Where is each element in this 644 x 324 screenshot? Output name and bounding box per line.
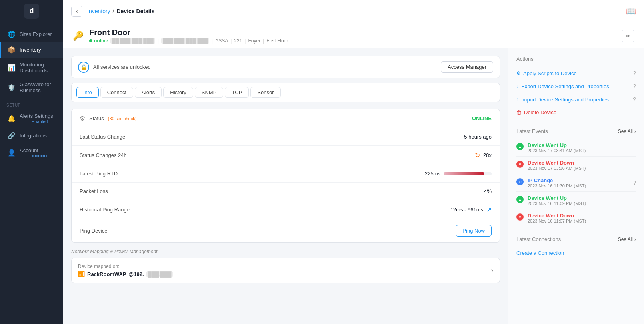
inventory-icon: 📦: [8, 46, 16, 54]
packet-loss-value: 4%: [484, 188, 492, 194]
breadcrumb-parent[interactable]: Inventory: [87, 8, 110, 14]
integrations-icon: 🔗: [8, 132, 16, 139]
export-settings-label: Export Device Settings and Properties: [521, 83, 609, 89]
ping-bar-container: 225ms: [425, 171, 492, 177]
main-wrapper: ‹ Inventory / Device Details 📖 🔑 Front D…: [63, 0, 644, 324]
export-settings-help[interactable]: ?: [633, 83, 636, 89]
access-manager-button[interactable]: Access Manager: [441, 61, 493, 73]
last-status-change-row: Last Status Change 5 hours ago: [72, 128, 500, 146]
app-logo: d: [24, 4, 39, 19]
ping-bar: [444, 172, 492, 175]
breadcrumb: Inventory / Device Details: [87, 8, 154, 14]
account-sub: ••••••••••: [32, 153, 47, 158]
connections-section: Latest Connections See All › Create a Co…: [516, 236, 636, 259]
tab-info[interactable]: Info: [76, 87, 99, 98]
account-icon: 👤: [8, 149, 16, 157]
sidebar-item-monitoring-dashboards[interactable]: 📊 Monitoring Dashboards: [0, 58, 63, 78]
status-text: online: [94, 38, 108, 44]
alerts-icon: 🔔: [8, 115, 16, 122]
ping-rtd-row: Latest Ping RTD 225ms: [72, 165, 500, 183]
sidebar-item-label-sites-explorer: Sites Explorer: [20, 31, 52, 37]
edit-button[interactable]: ✏: [622, 30, 634, 42]
gear-icon: ⚙: [80, 115, 85, 122]
status-changes-number: 28x: [483, 152, 492, 158]
status-changes-label: Status Changes 24h: [80, 152, 475, 158]
ping-device-value: Ping Now: [456, 225, 492, 237]
wifi-icon: 📶: [78, 271, 85, 277]
back-button[interactable]: ‹: [71, 6, 82, 17]
historical-ping-label: Historical Ping Range: [80, 207, 450, 213]
glasswire-icon: 🛡️: [8, 84, 16, 91]
apply-scripts-link[interactable]: ⚙ Apply Scripts to Device: [516, 70, 577, 76]
setup-label: Setup: [0, 97, 63, 109]
export-settings-link[interactable]: ↓ Export Device Settings and Properties: [516, 83, 609, 89]
import-settings-item: ↑ Import Device Settings and Properties …: [516, 93, 636, 106]
device-ip1: ██ ███.███.███: [110, 38, 155, 44]
device-floor: First Floor: [266, 38, 288, 44]
sidebar-item-glasswire[interactable]: 🛡️ GlassWire for Business: [0, 78, 63, 97]
connections-see-all-button[interactable]: See All ›: [618, 237, 636, 242]
sites-explorer-icon: 🌐: [8, 30, 16, 38]
service-bar: 🔒 All services are unlocked Access Manag…: [71, 56, 500, 78]
sidebar-item-inventory[interactable]: 📦 Inventory: [0, 42, 63, 58]
sidebar-item-sites-explorer[interactable]: 🌐 Sites Explorer: [0, 26, 63, 42]
import-settings-link[interactable]: ↑ Import Device Settings and Properties: [516, 97, 609, 103]
status-value: ONLINE: [472, 115, 492, 121]
create-connection-icon: +: [566, 250, 570, 256]
create-connection-button[interactable]: Create a Connection +: [516, 247, 636, 259]
sidebar: d 🌐 Sites Explorer 📦 Inventory 📊 Monitor…: [0, 0, 63, 324]
sidebar-item-label-inventory: Inventory: [20, 47, 41, 53]
sidebar-item-alerts-settings[interactable]: 🔔 Alerts Settings Enabled: [0, 109, 63, 128]
tab-sensor[interactable]: Sensor: [250, 87, 280, 98]
import-settings-label: Import Device Settings and Properties: [521, 97, 609, 103]
ping-now-button[interactable]: Ping Now: [456, 225, 492, 237]
events-see-all-button[interactable]: See All ›: [618, 129, 636, 134]
refresh-icon: ↻: [475, 151, 480, 159]
event-content-1: Device Went Up 2023 Nov 17 03:41 AM (MST…: [528, 142, 636, 153]
last-status-change-label: Last Status Change: [80, 134, 464, 140]
event-time-3: 2023 Nov 16 11:30 PM (MST): [528, 183, 629, 188]
tab-alerts[interactable]: Alerts: [135, 87, 162, 98]
tab-snmp[interactable]: SNMP: [195, 87, 224, 98]
event-item-3: ↻ IP Change 2023 Nov 16 11:30 PM (MST) ?: [516, 174, 636, 192]
service-info: 🔒 All services are unlocked: [78, 62, 151, 73]
apply-scripts-help[interactable]: ?: [633, 70, 636, 76]
device-location: Foyer: [248, 38, 260, 44]
connections-see-all-chevron: ›: [634, 237, 636, 242]
event-question-mark: ?: [633, 180, 636, 186]
lock-icon: 🔒: [80, 64, 87, 70]
device-brand: ASSA: [215, 38, 228, 44]
network-card-chevron[interactable]: ›: [491, 267, 493, 274]
alerts-sub: Enabled: [32, 119, 53, 124]
historical-ping-row: Historical Ping Range 12ms - 961ms ↗: [72, 200, 500, 219]
historical-ping-range: 12ms - 961ms: [450, 207, 483, 213]
meta-sep-1: |: [158, 38, 159, 44]
connections-title: Latest Connections: [516, 236, 561, 242]
device-id: 221: [234, 38, 242, 44]
import-settings-help[interactable]: ?: [633, 96, 636, 103]
event-content-2: Device Went Down 2023 Nov 17 03:36 AM (M…: [528, 160, 636, 171]
delete-device-link[interactable]: 🗑 Delete Device: [516, 109, 556, 115]
event-dot-down-2: ▼: [516, 213, 524, 221]
events-header: Latest Events See All ›: [516, 128, 636, 134]
tabs-bar: Info Connect Alerts History SNMP TCP Sen…: [71, 83, 500, 102]
sidebar-item-label-alerts: Alerts Settings: [20, 113, 53, 119]
book-icon[interactable]: 📖: [626, 7, 636, 16]
tab-connect[interactable]: Connect: [100, 87, 133, 98]
sidebar-item-account[interactable]: 👤 Account ••••••••••: [0, 143, 63, 162]
device-header: 🔑 Front Door online ██ ███.███.███ | ███…: [63, 22, 644, 48]
ping-device-label: Ping Device: [80, 228, 456, 234]
ping-ms-value: 225ms: [425, 171, 440, 177]
sidebar-item-integrations[interactable]: 🔗 Integrations: [0, 128, 63, 143]
packet-loss-label: Packet Loss: [80, 188, 484, 194]
status-changes-24h-row: Status Changes 24h ↻ 28x: [72, 146, 500, 165]
network-device-name: RackRoomWAP: [87, 271, 126, 277]
breadcrumb-separator: /: [113, 8, 114, 14]
status-changes-value: ↻ 28x: [475, 151, 492, 159]
tab-tcp[interactable]: TCP: [225, 87, 249, 98]
delete-icon: 🗑: [516, 109, 522, 115]
event-content-3: IP Change 2023 Nov 16 11:30 PM (MST): [528, 177, 629, 188]
sidebar-item-label-monitoring: Monitoring Dashboards: [20, 62, 57, 74]
tab-history[interactable]: History: [163, 87, 193, 98]
main-panel: 🔒 All services are unlocked Access Manag…: [63, 48, 508, 324]
